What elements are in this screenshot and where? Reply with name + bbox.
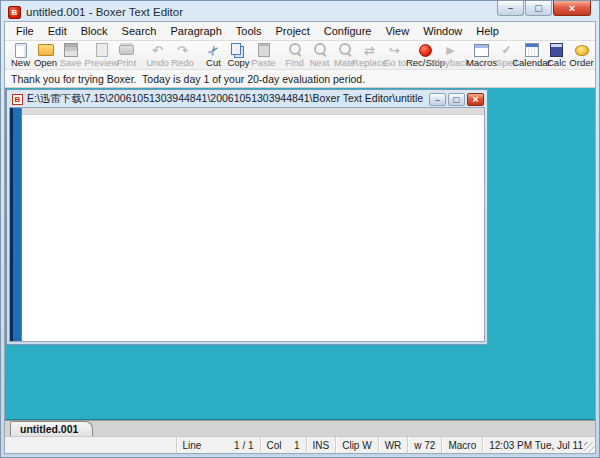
- toolbar-button-open[interactable]: Open: [33, 41, 58, 68]
- status-clipboard[interactable]: Clip W: [335, 437, 377, 453]
- close-button[interactable]: [553, 1, 591, 16]
- menu-edit[interactable]: Edit: [41, 23, 74, 39]
- record-icon: [418, 43, 434, 57]
- order-icon: [574, 43, 590, 57]
- calc-icon: [549, 43, 565, 57]
- toolbar-button-calc[interactable]: Calc: [544, 41, 569, 68]
- toolbar-label: New: [11, 57, 30, 68]
- text-edit-area[interactable]: [22, 108, 484, 341]
- app-window: B untitled.001 - Boxer Text Editor FileE…: [0, 0, 600, 458]
- menu-configure[interactable]: Configure: [317, 23, 379, 39]
- toolbar-label: Calc: [547, 57, 566, 68]
- toolbar-button-copy[interactable]: Copy: [226, 41, 251, 68]
- preview-icon: [94, 43, 110, 57]
- status-wrap-width[interactable]: w 72: [407, 437, 441, 453]
- toolbar-button-next: Next: [307, 41, 332, 68]
- toolbar-label: Cut: [206, 57, 221, 68]
- find-icon: [287, 43, 303, 57]
- toolbar-button-paste: Paste: [251, 41, 276, 68]
- left-margin-gutter: [10, 108, 22, 341]
- toolbar: NewOpenSavePreviewPrintUndoRedoCutCopyPa…: [5, 41, 595, 70]
- toolbar-label: Save: [60, 57, 82, 68]
- col-value: 1: [294, 440, 300, 451]
- status-spacer: [5, 437, 176, 453]
- document-window-controls: [427, 93, 484, 106]
- toolbar-button-cut[interactable]: Cut: [201, 41, 226, 68]
- toolbar-button-order[interactable]: Order: [569, 41, 594, 68]
- minimize-button[interactable]: [497, 1, 524, 16]
- status-line: Line 1 / 1: [176, 437, 260, 453]
- find-next-icon: [312, 43, 328, 57]
- document-close-button[interactable]: [467, 93, 484, 106]
- toolbar-label: Macros: [466, 57, 497, 68]
- boxer-app-icon: B: [8, 6, 21, 19]
- status-insert-mode[interactable]: INS: [306, 437, 336, 453]
- toolbar-button-save: Save: [58, 41, 83, 68]
- menu-project[interactable]: Project: [269, 23, 317, 39]
- document-title: E:\迅雷下载\7.15\20061051303944841\200610513…: [27, 92, 423, 106]
- menu-paragraph[interactable]: Paragraph: [163, 23, 228, 39]
- toolbar-button-macros[interactable]: Macros: [469, 41, 494, 68]
- toolbar-button-calendar[interactable]: Calendar: [519, 41, 544, 68]
- menu-search[interactable]: Search: [115, 23, 164, 39]
- line-label: Line: [183, 440, 202, 451]
- find-mate-icon: [337, 43, 353, 57]
- new-page-icon: [13, 43, 29, 57]
- document-minimize-button[interactable]: [429, 93, 446, 106]
- toolbar-label: Print: [117, 57, 137, 68]
- toolbar-button-find: Find: [282, 41, 307, 68]
- maximize-icon: [534, 3, 543, 13]
- window-title: untitled.001 - Boxer Text Editor: [26, 6, 183, 18]
- menu-block[interactable]: Block: [74, 23, 115, 39]
- close-icon: [569, 2, 575, 14]
- status-macro[interactable]: Macro: [441, 437, 482, 453]
- toolbar-label: Copy: [227, 57, 249, 68]
- menu-bar: FileEditBlockSearchParagraphToolsProject…: [5, 22, 595, 41]
- toolbar-label: Open: [34, 57, 57, 68]
- print-icon: [119, 43, 135, 57]
- toolbar-label: Redo: [171, 57, 194, 68]
- toolbar-label: Undo: [146, 57, 169, 68]
- document-title-bar[interactable]: B E:\迅雷下载\7.15\20061051303944841\2006105…: [9, 90, 485, 107]
- menu-file[interactable]: File: [9, 23, 41, 39]
- status-column: Col 1: [260, 437, 306, 453]
- menu-help[interactable]: Help: [469, 23, 506, 39]
- playback-icon: [443, 43, 459, 57]
- title-bar[interactable]: B untitled.001 - Boxer Text Editor: [4, 1, 596, 21]
- menu-window[interactable]: Window: [416, 23, 469, 39]
- status-word-wrap[interactable]: WR: [378, 437, 408, 453]
- paste-icon: [256, 43, 272, 57]
- spell-icon: [499, 43, 515, 57]
- message-bar: Thank you for trying Boxer. Today is day…: [5, 70, 595, 88]
- resize-grip[interactable]: [584, 442, 594, 452]
- toolbar-label: Next: [310, 57, 330, 68]
- tab-bar: untitled.001: [5, 420, 595, 436]
- menu-tools[interactable]: Tools: [229, 23, 269, 39]
- toolbar-label: Find: [285, 57, 303, 68]
- open-folder-icon: [38, 43, 54, 57]
- document-icon: B: [12, 94, 23, 105]
- menu-view[interactable]: View: [378, 23, 416, 39]
- datetime-value: 12:03 PM Tue, Jul 11: [489, 440, 583, 451]
- document-window: B E:\迅雷下载\7.15\20061051303944841\2006105…: [6, 89, 488, 345]
- maximize-button[interactable]: [525, 1, 552, 16]
- toolbar-button-undo: Undo: [145, 41, 170, 68]
- line-value: 1 / 1: [234, 440, 253, 451]
- tab-untitled-001[interactable]: untitled.001: [10, 421, 93, 436]
- window-controls: [496, 1, 591, 16]
- toolbar-button-preview: Preview: [89, 41, 114, 68]
- toolbar-button-new[interactable]: New: [8, 41, 33, 68]
- toolbar-button-replace: Replace: [357, 41, 382, 68]
- toolbar-button-go-to: Go to: [382, 41, 407, 68]
- macros-icon: [474, 43, 490, 57]
- undo-icon: [150, 43, 166, 57]
- ruler-band: [22, 108, 484, 115]
- document-restore-button[interactable]: [448, 93, 465, 106]
- close-icon: [472, 93, 478, 105]
- minimize-icon: [508, 3, 513, 13]
- toolbar-button-redo: Redo: [170, 41, 195, 68]
- minimize-icon: [435, 95, 439, 104]
- toolbar-button-playback: Playback: [438, 41, 463, 68]
- save-floppy-icon: [63, 43, 79, 57]
- goto-icon: [387, 43, 403, 57]
